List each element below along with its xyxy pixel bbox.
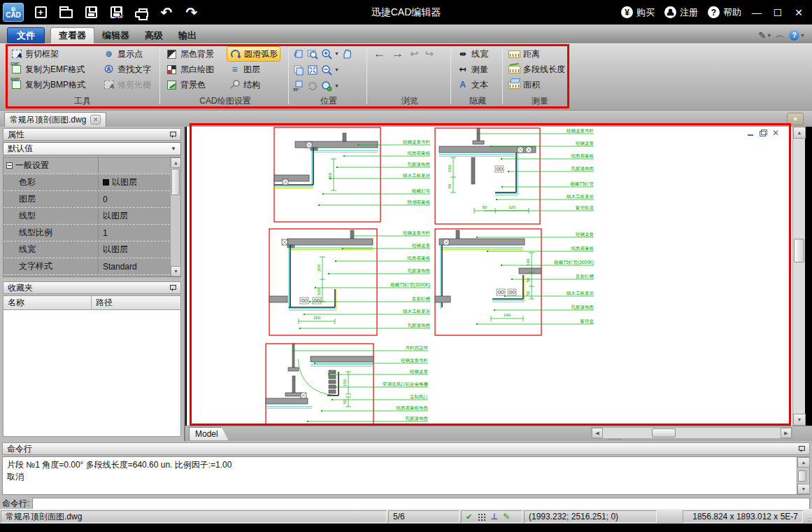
cut-frame-button[interactable]: 剪切框架 [8,46,87,62]
properties-scrollbar[interactable]: ▲▼ [170,158,180,276]
ribbon-help-button[interactable]: ?▼ [789,30,805,41]
property-row-linetype[interactable]: 线型以图层 [3,208,180,225]
copy-emf-button[interactable]: 复制为EMF格式 [8,62,87,77]
zoom-globe-dropdown[interactable]: ▼ [334,83,339,88]
text-toggle[interactable]: A文本 [455,77,490,92]
tab-output[interactable]: 输出 [171,27,204,43]
drawing-canvas[interactable]: 350 轻钢龙骨吊杆 纸面石膏板 乳胶漆饰面 细木工板基层 暗藏灯带 防潮石膏板 [187,127,792,426]
measure-polyline-button[interactable]: 多段线长度 [506,62,567,77]
scrollbar-thumb[interactable] [794,239,804,262]
scroll-down-icon[interactable]: ▼ [797,484,810,494]
minimize-button[interactable]: — [748,5,766,20]
rotate-35-button[interactable]: 35° [292,80,304,92]
maximize-button[interactable]: ☐ [769,5,787,20]
pin-icon[interactable] [170,284,176,291]
new-file-button[interactable]: + [31,4,50,21]
favorites-list[interactable] [3,310,181,437]
undo-button[interactable]: ↶ [157,4,176,21]
mdi-close-icon[interactable]: ✕ [772,130,780,136]
command-scrollbar[interactable]: ▲▼ [797,457,809,494]
scrollbar-thumb[interactable] [171,169,180,195]
scroll-left-icon[interactable]: ◀ [592,428,603,438]
measure-distance-button[interactable]: 距离 [506,46,567,62]
property-section-row[interactable]: 一般设置 [3,158,180,174]
model-tab[interactable]: Model [189,427,229,440]
fit-extents-button[interactable] [306,64,318,76]
zoom-in-button[interactable] [320,48,332,59]
save-button[interactable] [82,4,100,21]
zoom-out-button[interactable] [320,64,332,76]
tab-scroll-button[interactable]: ▼ [787,113,804,125]
background-color-button[interactable]: 背景色 [164,77,216,92]
command-input[interactable] [32,498,810,510]
column-path[interactable]: 路径 [92,297,113,309]
zoom-globe-button[interactable] [320,80,332,92]
scroll-down-icon[interactable]: ▼ [171,266,181,276]
scroll-up-icon[interactable]: ▲ [171,158,181,168]
zoom-out-dropdown[interactable]: ▼ [334,67,339,72]
register-button[interactable]: 👤︎注册 [661,6,701,19]
document-tab[interactable]: 常规吊顶剖面图.dwg✕ [4,112,106,127]
app-logo-icon[interactable]: ⊕CAD [3,3,24,22]
bw-drawing-button[interactable]: 黑白绘图 [164,62,216,77]
tab-close-icon[interactable]: ✕ [90,115,101,125]
resize-grip[interactable]: .:: [804,510,812,524]
help-button[interactable]: ?帮助 [704,6,745,19]
next-view-button[interactable]: → [392,47,404,61]
pin-icon[interactable] [170,131,176,138]
find-text-button[interactable]: Ⓐ查找文字 [101,62,153,77]
open-file-button[interactable] [57,4,75,21]
grid-toggle-icon[interactable] [477,512,485,521]
tab-viewer[interactable]: 查看器 [50,27,94,43]
collapse-icon[interactable] [6,162,13,169]
property-row-layer[interactable]: 图层0 [3,191,180,208]
measure-toggle[interactable]: ↤测量 [455,62,490,77]
snap-edit-icon[interactable]: ✎ [503,512,510,522]
line-width-toggle[interactable]: ⇹线宽 [455,46,490,62]
property-row-color[interactable]: 色彩以图层 [3,174,180,191]
scroll-right-icon[interactable]: ▶ [781,428,792,438]
osnap-marker-icon[interactable]: ✔ [466,512,472,522]
zoom-in-dropdown[interactable]: ▼ [334,51,339,56]
copy-view-button[interactable] [292,64,304,76]
rotate-page-button[interactable] [292,48,304,59]
mdi-restore-icon[interactable] [760,130,767,136]
close-button[interactable]: ✕ [790,5,808,20]
ortho-toggle-icon[interactable]: ⊥ [490,512,498,522]
buy-button[interactable]: ¥购买 [618,6,658,19]
redo-button[interactable]: ↷ [183,4,201,21]
scroll-down-icon[interactable]: ▼ [793,414,806,426]
structure-button[interactable]: 结构 [227,77,280,92]
column-name[interactable]: 名称 [3,296,92,309]
file-menu-button[interactable]: 文件 [7,27,45,43]
command-history[interactable]: 片段 №1 角度=0.00° 多段线长度=640.60 un. 比例因子:=1.… [2,456,810,495]
vertical-scrollbar[interactable]: ▲ ▼ [792,127,805,426]
quick-edit-button[interactable]: ✎▼ [758,30,771,41]
pin-icon[interactable] [799,445,805,452]
layers-button[interactable]: ≡图层 [227,62,280,77]
show-points-button[interactable]: ⊕显示点 [101,46,153,62]
property-row-textheight[interactable]: 字体高2.5 [3,275,180,277]
mdi-minimize-icon[interactable] [747,130,755,136]
properties-preset-dropdown[interactable]: 默认值▼ [3,142,181,155]
property-row-textstyle[interactable]: 文字样式Standard [3,258,180,275]
scroll-up-icon[interactable]: ▲ [793,127,806,139]
property-row-ltscale[interactable]: 线型比例1 [3,225,180,241]
pan-hand-button[interactable] [341,48,353,59]
zoom-window-button[interactable] [306,48,318,59]
save-as-pdf-button[interactable]: PDF [107,4,125,21]
previous-view-button[interactable]: ← [373,47,385,61]
horizontal-scrollbar[interactable]: ◀ ▶ [591,427,792,439]
smooth-arc-button[interactable]: 圆滑弧形 [227,46,280,62]
copy-bmp-button[interactable]: 复制为BMP格式 [8,77,87,92]
collapse-ribbon-button[interactable]: ︿ [776,29,785,41]
scrollbar-thumb[interactable] [798,470,806,482]
scroll-up-icon[interactable]: ▲ [797,457,810,468]
print-button[interactable] [132,4,150,21]
measure-area-button[interactable]: 面积 [506,77,567,92]
tab-editor[interactable]: 编辑器 [94,27,137,43]
tab-advanced[interactable]: 高级 [137,27,171,43]
black-background-button[interactable]: 黑色背景 [164,46,216,62]
property-row-lineweight[interactable]: 线宽以图层 [3,241,180,258]
scrollbar-thumb[interactable] [652,428,676,438]
